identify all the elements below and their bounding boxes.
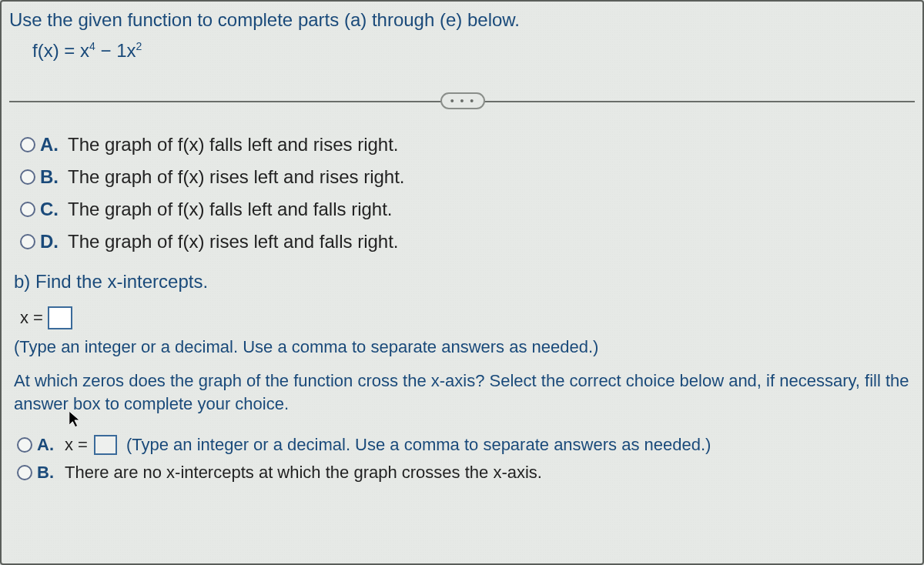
option-c-row: C. The graph of f(x) falls left and fall… xyxy=(20,199,915,220)
x-intercept-line: x = xyxy=(20,306,915,329)
option-c-text: The graph of f(x) falls left and falls r… xyxy=(68,199,393,220)
radio-d[interactable] xyxy=(20,234,35,249)
radio2-b[interactable] xyxy=(17,465,32,480)
formula-exp1: 4 xyxy=(89,40,95,52)
option2-a-input[interactable] xyxy=(94,435,117,455)
question-panel: Use the given function to complete parts… xyxy=(0,0,924,565)
formula-prefix: f(x) = x xyxy=(32,40,89,61)
option-a-text: The graph of f(x) falls left and rises r… xyxy=(68,134,399,155)
ellipsis-icon: • • • xyxy=(450,95,475,107)
option-d-text: The graph of f(x) rises left and falls r… xyxy=(68,231,399,252)
radio2-a[interactable] xyxy=(17,437,32,453)
formula-mid: − 1x xyxy=(95,40,136,61)
option2-b-text: There are no x-intercepts at which the g… xyxy=(65,463,542,483)
formula-exp2: 2 xyxy=(136,40,142,52)
option2-a-prefix: x = xyxy=(65,435,88,455)
radio-a[interactable] xyxy=(20,137,35,152)
radio-c[interactable] xyxy=(20,202,35,217)
option-b-text: The graph of f(x) rises left and rises r… xyxy=(68,166,405,188)
option2-b-row: B. There are no x-intercepts at which th… xyxy=(17,463,915,483)
option2-a-hint: (Type an integer or a decimal. Use a com… xyxy=(126,435,711,455)
part-b-title: b) Find the x-intercepts. xyxy=(14,271,915,293)
expand-button[interactable]: • • • xyxy=(440,92,485,109)
option-a-row: A. The graph of f(x) falls left and rise… xyxy=(20,134,915,155)
option-b-label: B. xyxy=(40,166,62,188)
option-d-label: D. xyxy=(40,231,62,252)
divider: • • • xyxy=(9,92,915,111)
cross-question: At which zeros does the graph of the fun… xyxy=(14,369,910,415)
option2-a-row: A. x = (Type an integer or a decimal. Us… xyxy=(17,435,915,455)
radio-b[interactable] xyxy=(20,169,35,185)
option-c-label: C. xyxy=(40,199,62,220)
option-b-row: B. The graph of f(x) rises left and rise… xyxy=(20,166,915,188)
option2-a-label: A. xyxy=(37,435,59,455)
x-intercept-input[interactable] xyxy=(48,306,72,329)
option-d-row: D. The graph of f(x) rises left and fall… xyxy=(20,231,915,252)
x-equals-label: x = xyxy=(20,308,43,328)
hint-1: (Type an integer or a decimal. Use a com… xyxy=(14,337,915,357)
function-formula: f(x) = x4 − 1x2 xyxy=(32,40,915,62)
option2-b-label: B. xyxy=(37,463,59,483)
instruction-text: Use the given function to complete parts… xyxy=(9,9,915,31)
option-a-label: A. xyxy=(40,134,62,155)
